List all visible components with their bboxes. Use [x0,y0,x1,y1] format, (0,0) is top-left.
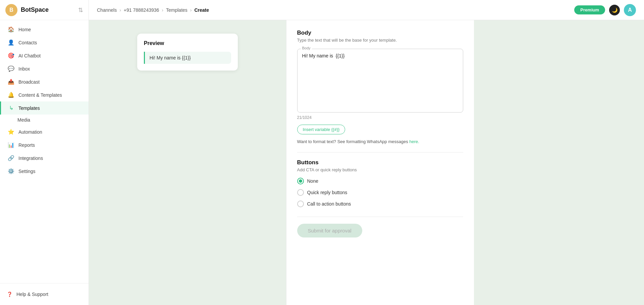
user-avatar[interactable]: A [624,4,636,16]
brand-name: BotSpace [21,6,49,13]
sidebar-item-settings-label: Settings [18,169,36,174]
sidebar-toggle-icon[interactable]: ⇅ [78,6,83,14]
sidebar-nav: 🏠 Home 👤 Contacts 🎯 AI Chatbot 💬 Inbox 📤… [0,20,89,283]
sidebar-item-home[interactable]: 🏠 Home [0,23,89,36]
premium-button[interactable]: Premium [574,5,605,14]
breadcrumb-sep-1: › [119,7,121,13]
body-textarea[interactable] [302,53,458,107]
broadcast-icon: 📤 [8,79,14,85]
content-area: Preview Hi! My name is {{1}} Body Type t… [89,20,644,305]
radio-group: None Quick reply buttons Call to action … [297,178,463,207]
breadcrumb-create: Create [194,7,209,13]
radio-none[interactable]: None [297,178,463,184]
radio-quick-reply[interactable]: Quick reply buttons [297,189,463,196]
contacts-icon: 👤 [8,39,14,46]
sidebar: B BotSpace ⇅ 🏠 Home 👤 Contacts 🎯 AI Chat… [0,0,89,305]
char-count: 21/1024 [297,115,463,120]
sidebar-item-content-templates-label: Content & Templates [18,92,62,98]
integrations-icon: 🔗 [8,155,14,161]
sidebar-footer: ❓ Help & Support [0,283,89,305]
templates-icon: ↳ [8,105,14,111]
body-section-desc: Type the text that will be the base for … [297,38,463,43]
right-spacer [474,20,644,305]
breadcrumb-templates[interactable]: Templates [166,7,187,13]
divider [297,152,463,152]
breadcrumb-channels[interactable]: Channels [97,7,117,13]
sidebar-item-contacts[interactable]: 👤 Contacts [0,36,89,49]
format-text: Want to format text? See formatting What… [297,139,463,144]
radio-none-label: None [307,178,318,184]
breadcrumb-sep-3: › [190,7,192,13]
help-icon: ❓ [7,292,12,297]
sidebar-item-contacts-label: Contacts [18,40,37,45]
sidebar-item-integrations-label: Integrations [18,156,43,161]
sidebar-item-automation[interactable]: ⭐ Automation [0,125,89,138]
body-input-label: Body [301,46,312,50]
form-panel: Body Type the text that will be the base… [286,20,474,305]
radio-quick-reply-circle [297,189,304,196]
insert-variable-button[interactable]: Insert variable {{#}} [297,125,345,134]
preview-message-bubble: Hi! My name is {{1}} [144,52,231,64]
sidebar-item-inbox-label: Inbox [18,66,30,72]
body-input-wrapper: Body [297,49,463,113]
automation-icon: ⭐ [8,129,14,135]
sidebar-header: B BotSpace ⇅ [0,0,89,20]
sidebar-item-help-label: Help & Support [16,292,48,297]
topbar: Channels › +91 7888243936 › Templates › … [89,0,644,20]
sidebar-item-help[interactable]: ❓ Help & Support [7,289,82,300]
buttons-section-desc: Add CTA or quick reply buttons [297,167,463,172]
reports-icon: 📊 [8,142,14,148]
sidebar-item-ai-chatbot-label: AI Chatbot [18,53,41,58]
sidebar-item-ai-chatbot[interactable]: 🎯 AI Chatbot [0,49,89,62]
main-content: Channels › +91 7888243936 › Templates › … [89,0,644,305]
preview-card: Preview Hi! My name is {{1}} [137,34,238,71]
inbox-icon: 💬 [8,66,14,72]
sidebar-item-broadcast[interactable]: 📤 Broadcast [0,75,89,88]
settings-icon: ⚙️ [8,168,14,174]
divider-2 [297,217,463,217]
sidebar-item-templates[interactable]: ↳ Templates [0,101,89,115]
topbar-right: Premium 🌙 A [574,4,636,16]
sidebar-item-media-label: Media [17,117,30,123]
sidebar-item-broadcast-label: Broadcast [18,79,40,85]
dark-mode-toggle[interactable]: 🌙 [609,5,620,15]
sidebar-item-inbox[interactable]: 💬 Inbox [0,62,89,75]
radio-cta-label: Call to action buttons [307,201,351,207]
breadcrumb-sep-2: › [162,7,163,13]
format-link[interactable]: here. [409,139,419,144]
breadcrumb: Channels › +91 7888243936 › Templates › … [97,7,209,13]
submit-button[interactable]: Submit for approval [297,224,362,237]
buttons-section-title: Buttons [297,159,463,166]
home-icon: 🏠 [8,26,14,33]
radio-none-circle [297,178,304,184]
brand-avatar: B [5,4,17,16]
sidebar-item-media[interactable]: Media [0,115,89,125]
sidebar-item-home-label: Home [18,27,31,32]
radio-cta[interactable]: Call to action buttons [297,201,463,207]
sidebar-item-settings[interactable]: ⚙️ Settings [0,165,89,178]
preview-panel: Preview Hi! My name is {{1}} [89,20,286,305]
sidebar-item-reports[interactable]: 📊 Reports [0,138,89,151]
radio-quick-reply-label: Quick reply buttons [307,190,347,195]
breadcrumb-phone[interactable]: +91 7888243936 [124,7,159,13]
content-templates-icon: 🔔 [8,92,14,98]
ai-chatbot-icon: 🎯 [8,52,14,59]
preview-title: Preview [144,40,231,46]
sidebar-item-reports-label: Reports [18,142,35,148]
sidebar-item-automation-label: Automation [18,129,42,135]
sidebar-item-templates-label: Templates [18,105,40,111]
body-section-title: Body [297,30,463,36]
radio-cta-circle [297,201,304,207]
sidebar-item-content-templates[interactable]: 🔔 Content & Templates [0,88,89,101]
sidebar-item-integrations[interactable]: 🔗 Integrations [0,151,89,165]
